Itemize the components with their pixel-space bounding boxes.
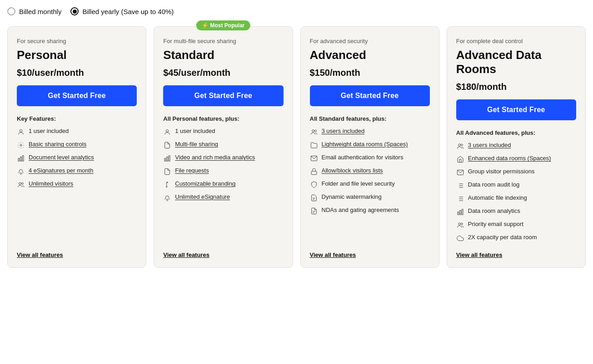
feature-item: 1 user included: [17, 128, 137, 136]
svg-rect-14: [311, 172, 317, 175]
plan-card-personal: For secure sharingPersonal$10/user/month…: [7, 26, 146, 268]
cta-button-advanced-data-rooms[interactable]: Get Started Free: [456, 99, 576, 120]
feature-text[interactable]: 1 user included: [175, 128, 215, 134]
feature-text[interactable]: Data room analytics: [468, 207, 520, 214]
feature-item: 3 users included: [456, 142, 576, 150]
nda-icon: [310, 207, 318, 215]
chart-icon: [17, 154, 25, 162]
feature-item: 1 user included: [163, 128, 283, 136]
feature-text[interactable]: 1 user included: [29, 128, 69, 134]
plan-name-advanced: Advanced: [310, 48, 430, 62]
feature-text[interactable]: Customizable branding: [175, 180, 235, 187]
feature-list-advanced: 3 users included Lightweight data rooms …: [310, 128, 430, 242]
feature-text[interactable]: Basic sharing controls: [29, 141, 86, 148]
gear-icon: [17, 141, 25, 149]
svg-rect-10: [169, 156, 170, 161]
users-icon: [17, 181, 25, 189]
user-icon: [163, 128, 171, 136]
feature-text[interactable]: 3 users included: [322, 128, 365, 134]
billing-toggle: Billed monthly Billed yearly (Save up to…: [7, 7, 586, 15]
plan-card-advanced: For advanced securityAdvanced$150/monthG…: [300, 26, 439, 268]
plan-price-personal: $10/user/month: [17, 68, 137, 78]
feature-text[interactable]: File requests: [175, 167, 209, 174]
feature-text[interactable]: Allow/block visitors lists: [322, 167, 383, 174]
feature-text[interactable]: Video and rich media analytics: [175, 154, 255, 161]
feature-item: Data room analytics: [456, 207, 576, 216]
feature-item: Email authentication for visitors: [310, 154, 430, 162]
view-all-personal[interactable]: View all features: [17, 251, 137, 258]
feature-text[interactable]: Data room audit log: [468, 181, 519, 188]
feature-text[interactable]: NDAs and gating agreements: [322, 207, 399, 213]
feature-text[interactable]: 4 eSignatures per month: [29, 167, 93, 174]
feature-item: File requests: [163, 167, 283, 176]
feature-text[interactable]: Email authentication for visitors: [322, 154, 404, 161]
cta-button-standard[interactable]: Get Started Free: [163, 85, 283, 106]
sign-icon: [163, 194, 171, 202]
view-all-standard[interactable]: View all features: [163, 251, 283, 258]
billing-monthly-label: Billed monthly: [19, 8, 61, 15]
feature-item: Automatic file indexing: [456, 194, 576, 203]
feature-text[interactable]: Unlimited visitors: [29, 180, 73, 187]
billing-monthly[interactable]: Billed monthly: [7, 7, 61, 15]
plan-card-advanced-data-rooms: For complete deal controlAdvanced Data R…: [447, 26, 586, 268]
chart-icon: [163, 154, 171, 162]
feature-list-standard: 1 user included Multi-file sharing Video…: [163, 128, 283, 242]
chart-icon: [456, 208, 464, 216]
svg-point-37: [458, 223, 460, 225]
most-popular-badge: ⚡ Most Popular: [196, 20, 250, 30]
mail-icon: [456, 168, 464, 177]
feature-list-personal: 1 user included Basic sharing controls D…: [17, 128, 137, 242]
radio-yearly[interactable]: [70, 7, 79, 15]
features-header-advanced-data-rooms: All Advanced features, plus:: [456, 129, 576, 136]
feature-item: Multi-file sharing: [163, 141, 283, 149]
svg-point-38: [461, 223, 463, 225]
cta-button-personal[interactable]: Get Started Free: [17, 85, 137, 106]
billing-yearly[interactable]: Billed yearly (Save up to 40%): [70, 7, 174, 15]
svg-point-6: [21, 183, 23, 185]
feature-text[interactable]: Group visitor permissions: [468, 168, 535, 175]
feature-text[interactable]: Folder and file level security: [322, 180, 395, 187]
feature-item: Priority email support: [456, 221, 576, 229]
feature-item: Lightweight data rooms (Spaces): [310, 141, 430, 149]
svg-point-12: [314, 130, 316, 132]
svg-point-11: [312, 130, 314, 132]
feature-text[interactable]: Enhanced data rooms (Spaces): [468, 155, 551, 162]
svg-rect-4: [22, 156, 24, 161]
file-icon: [163, 141, 171, 149]
list-icon: [456, 182, 464, 190]
feature-item: Data room audit log: [456, 181, 576, 190]
feature-item: Video and rich media analytics: [163, 154, 283, 162]
feature-text[interactable]: Priority email support: [468, 221, 523, 227]
cta-button-advanced[interactable]: Get Started Free: [310, 85, 430, 106]
radio-monthly[interactable]: [7, 7, 15, 15]
plan-subtitle-standard: For multi-file secure sharing: [163, 38, 283, 44]
feature-text[interactable]: Lightweight data rooms (Spaces): [322, 141, 408, 148]
feature-item: Unlimited eSignature: [163, 193, 283, 202]
view-all-advanced-data-rooms[interactable]: View all features: [456, 251, 576, 258]
feature-text[interactable]: 3 users included: [468, 142, 511, 148]
feature-text[interactable]: Document level analytics: [29, 154, 94, 161]
feature-text[interactable]: Dynamic watermarking: [322, 193, 382, 200]
svg-point-0: [20, 130, 22, 132]
feature-item: 2X capacity per data room: [456, 234, 576, 242]
home-icon: [456, 155, 464, 163]
users-icon: [456, 142, 464, 150]
watermark-icon: [310, 194, 318, 202]
feature-text[interactable]: Multi-file sharing: [175, 141, 218, 148]
feature-item: Dynamic watermarking: [310, 193, 430, 202]
feature-text[interactable]: Automatic file indexing: [468, 194, 527, 201]
svg-rect-8: [164, 158, 166, 161]
svg-point-5: [19, 182, 21, 185]
svg-rect-34: [458, 212, 459, 215]
plan-price-advanced: $150/month: [310, 68, 430, 78]
lock-icon: [310, 167, 318, 176]
svg-rect-9: [167, 157, 168, 161]
svg-point-19: [458, 144, 460, 146]
plan-price-advanced-data-rooms: $180/month: [456, 82, 576, 92]
feature-text[interactable]: Unlimited eSignature: [175, 193, 230, 200]
feature-text[interactable]: 2X capacity per data room: [468, 234, 537, 241]
users-icon: [456, 221, 464, 229]
svg-rect-36: [462, 209, 463, 215]
view-all-advanced[interactable]: View all features: [310, 251, 430, 258]
feature-item: Customizable branding: [163, 180, 283, 189]
